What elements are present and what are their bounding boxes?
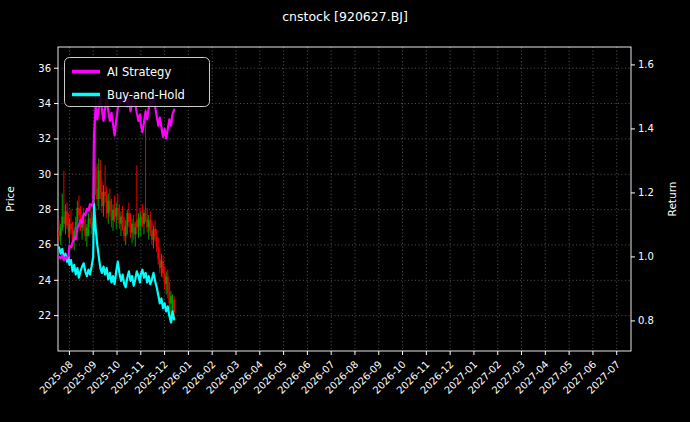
left-tick-label: 36 <box>38 63 51 74</box>
candle-body <box>141 217 143 224</box>
candle-body <box>140 217 142 226</box>
candle-body <box>154 229 156 236</box>
candle-body <box>103 192 105 206</box>
chart-figure: cnstock [920627.BJ] Price Return 2224262… <box>0 0 690 422</box>
candle-body <box>112 210 114 221</box>
candle-body <box>66 211 68 225</box>
candle-body <box>58 231 60 236</box>
candle-body <box>70 224 72 229</box>
legend-label-ai-strategy: AI Strategy <box>107 65 171 79</box>
candle-body <box>170 296 172 303</box>
candle-body <box>151 231 153 240</box>
candle-body <box>101 192 103 206</box>
candle-body <box>146 218 148 227</box>
candle-body <box>109 201 111 212</box>
candle-body <box>149 220 151 231</box>
candle-body <box>65 211 67 223</box>
candle-body <box>61 217 63 228</box>
left-tick-label: 28 <box>38 204 51 215</box>
candle-body <box>148 220 150 227</box>
left-axis-label: Price <box>4 186 16 212</box>
candle-body <box>164 273 166 284</box>
candle-body <box>167 277 169 293</box>
candle-body <box>115 208 117 217</box>
candle-body <box>133 224 135 235</box>
candle-body <box>128 213 130 222</box>
candle-body <box>136 220 138 227</box>
candle-body <box>88 218 90 227</box>
candle-body <box>168 293 170 304</box>
candle-body <box>162 261 164 273</box>
candle-body <box>138 218 140 227</box>
candle-body <box>76 208 78 222</box>
legend: AI Strategy Buy-and-Hold <box>65 58 210 107</box>
candle-body <box>123 227 125 236</box>
candle-body <box>86 227 88 236</box>
candle-body <box>78 208 80 215</box>
candle-body <box>145 213 147 218</box>
candle-body <box>126 213 128 225</box>
candle-body <box>63 217 65 224</box>
candle-body <box>157 247 159 259</box>
right-tick-label: 1.2 <box>638 187 654 198</box>
candle-body <box>143 213 145 224</box>
right-tick-label: 1.4 <box>638 123 654 134</box>
left-tick-label: 26 <box>38 239 51 250</box>
candle-body <box>125 226 127 237</box>
candle-body <box>69 224 71 233</box>
legend-label-buy-and-hold: Buy-and-Hold <box>107 88 185 102</box>
candle-body <box>95 167 97 188</box>
candle-body <box>122 217 124 228</box>
right-tick-label: 1.0 <box>638 251 654 262</box>
candle-body <box>159 259 161 268</box>
candle-body <box>107 201 109 213</box>
candle-body <box>120 217 122 224</box>
candle-body <box>96 188 98 199</box>
candle-body <box>111 211 113 220</box>
candle-body <box>117 208 119 215</box>
candle-body <box>106 195 108 213</box>
candle-body <box>84 227 86 236</box>
candle-body <box>130 222 132 233</box>
candle-body <box>98 171 100 199</box>
left-tick-label: 30 <box>38 169 51 180</box>
right-tick-label: 1.6 <box>638 59 654 70</box>
candle-body <box>134 227 136 234</box>
left-tick-label: 34 <box>38 98 51 109</box>
left-tick-label: 22 <box>38 310 51 321</box>
candle-body <box>99 171 101 192</box>
stock-chart: cnstock [920627.BJ] Price Return 2224262… <box>0 0 690 422</box>
candle-body <box>91 224 93 229</box>
candle-body <box>173 300 175 312</box>
candle-body <box>161 261 163 268</box>
candle-body <box>60 227 62 236</box>
candle-body <box>89 218 91 223</box>
left-tick-label: 32 <box>38 133 51 144</box>
left-tick-label: 24 <box>38 275 51 286</box>
right-axis-label: Return <box>666 182 678 217</box>
chart-title: cnstock [920627.BJ] <box>282 9 408 24</box>
candle-body <box>153 229 155 240</box>
candle-body <box>114 210 116 217</box>
candle-body <box>118 215 120 224</box>
candle-body <box>104 192 106 196</box>
candle-body <box>165 277 167 284</box>
candle-body <box>156 236 158 247</box>
right-tick-label: 0.8 <box>638 315 654 326</box>
candle-body <box>131 224 133 233</box>
